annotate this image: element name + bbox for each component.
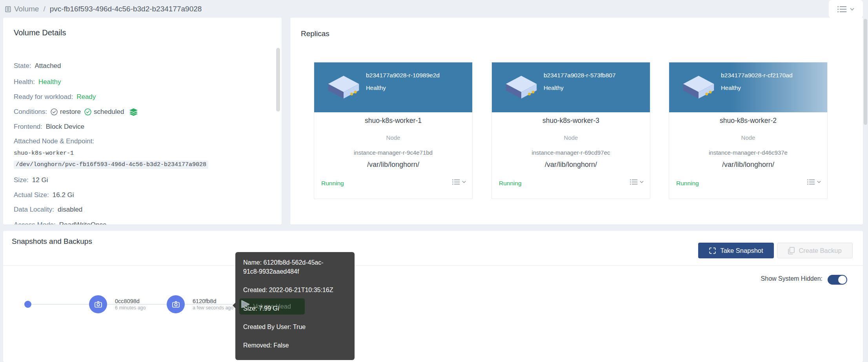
size-label: Size: [14, 176, 29, 184]
snapshot-age: a few seconds ago [193, 305, 233, 311]
volume-icon [5, 6, 11, 13]
show-system-hidden-toggle[interactable] [828, 275, 847, 285]
replica-actions-dropdown[interactable] [452, 179, 466, 185]
layers-icon [129, 108, 138, 116]
replica-instance-manager: instance-manager-r-d46c937e [669, 149, 827, 156]
tooltip-name-line2: 91c8-9932aaed484f [243, 267, 347, 276]
state-value: Attached [35, 62, 61, 70]
divider [3, 265, 863, 266]
page-actions-dropdown-button[interactable] [829, 0, 863, 18]
access-mode-label: Access Mode: [14, 221, 56, 225]
timeline-start-dot [24, 301, 31, 308]
volume-details-title: Volume Details [14, 28, 66, 37]
longhorn-volume-page: Volume / pvc-fb16f593-496d-4c56-b3d2-b23… [0, 0, 868, 362]
health-value: Healthy [38, 78, 61, 86]
toggle-knob [838, 276, 846, 284]
check-circle-icon [84, 108, 91, 115]
replica-banner: b234177a9028-r-cf2170ad Healthy [669, 62, 827, 112]
replica-banner: b234177a9028-r-10989e2d Healthy [314, 62, 472, 112]
create-backup-label: Create Backup [799, 247, 841, 254]
ready-label: Ready for workload: [14, 93, 73, 101]
state-row: State: Attached [14, 62, 61, 70]
list-icon [630, 179, 638, 185]
snapshot-node[interactable] [89, 295, 107, 313]
snapshot-node[interactable] [167, 295, 185, 313]
data-locality-label: Data Locality: [14, 206, 54, 214]
condition-restore-badge: restore [51, 108, 81, 116]
snapshot-label: 0cc8098d 6 minutes ago [115, 298, 146, 311]
tooltip-created-by-user: Created By User: True [243, 322, 347, 331]
camera-icon [94, 300, 103, 309]
attached-node-label: Attached Node & Endpoint: [14, 137, 94, 145]
check-circle-icon [51, 108, 58, 115]
access-mode-row: Access Mode: ReadWriteOnce [14, 221, 106, 225]
snapshot-frame-icon [709, 247, 716, 254]
snapshot-age: 6 minutes ago [115, 305, 146, 311]
replica-health: Healthy [721, 84, 741, 91]
breadcrumb-separator: / [42, 5, 47, 13]
replica-status: Running [321, 180, 344, 187]
take-snapshot-label: Take Snapshot [720, 247, 763, 254]
page-scrollbar[interactable] [864, 19, 867, 125]
replica-node-name: shuo-k8s-worker-2 [669, 117, 827, 125]
replica-data-path: /var/lib/longhorn/ [669, 161, 827, 169]
mouse-cursor [241, 300, 251, 311]
condition-scheduled-badge: scheduled [84, 108, 124, 116]
replica-card: b234177a9028-r-573fb807 Healthy shuo-k8s… [491, 62, 650, 199]
snapshot-label: 6120fb8d a few seconds ago [193, 298, 233, 311]
backup-copy-icon [788, 247, 795, 254]
volume-details-scrollbar[interactable] [276, 48, 280, 112]
replica-instance-manager: instance-manager-r-69cd97ec [492, 149, 650, 156]
replica-name: b234177a9028-r-cf2170ad [721, 72, 793, 79]
take-snapshot-button[interactable]: Take Snapshot [698, 243, 774, 258]
size-value: 12 Gi [32, 176, 48, 184]
replica-node-label: Node [314, 134, 472, 141]
attached-node-row: Attached Node & Endpoint: [14, 137, 94, 145]
ready-value: Ready [76, 93, 96, 101]
tooltip-removed: Removed: False [243, 341, 347, 350]
attached-endpoint-path: /dev/longhorn/pvc-fb16f593-496d-4c56-b3d… [14, 161, 208, 169]
actual-size-value: 16.2 Gi [53, 191, 74, 199]
replica-actions-dropdown[interactable] [630, 179, 644, 185]
breadcrumb-volume-link[interactable]: Volume [14, 5, 39, 13]
replica-node-label: Node [492, 134, 650, 141]
disk-icon [325, 75, 362, 101]
attached-node-name: shuo-k8s-worker-1 [14, 150, 74, 157]
snapshot-short-name: 0cc8098d [115, 298, 146, 305]
health-label: Health: [14, 78, 35, 86]
replica-card: b234177a9028-r-cf2170ad Healthy shuo-k8s… [669, 62, 828, 199]
snapshot-short-name: 6120fb8d [193, 298, 233, 305]
tooltip-created: Created: 2022-06-21T10:35:16Z [243, 285, 347, 294]
breadcrumb-volume-name: pvc-fb16f593-496d-4c56-b3d2-b234177a9028 [50, 5, 202, 13]
chevron-down-icon [462, 181, 466, 183]
replicas-panel: Replicas b234177a9028-r-10989e2d Healthy… [290, 18, 863, 225]
list-icon [452, 179, 460, 185]
condition-scheduled-text: scheduled [94, 108, 124, 116]
camera-icon [171, 300, 180, 309]
size-row: Size: 12 Gi [14, 176, 48, 184]
replica-card: b234177a9028-r-10989e2d Healthy shuo-k8s… [314, 62, 473, 199]
tooltip-name-line1: Name: 6120fb8d-562d-45ac- [243, 258, 347, 267]
disk-icon [680, 75, 717, 101]
snapshots-title: Snapshots and Backups [12, 237, 92, 246]
health-row: Health: Healthy [14, 78, 61, 86]
replica-instance-manager: instance-manager-r-9c4e71bd [314, 149, 472, 156]
data-locality-row: Data Locality: disabled [14, 206, 82, 214]
chevron-down-icon [850, 8, 854, 11]
condition-restore-text: restore [60, 108, 81, 116]
replica-node-name: shuo-k8s-worker-1 [314, 117, 472, 125]
replica-health: Healthy [544, 84, 564, 91]
replica-status: Running [676, 180, 699, 187]
replica-health: Healthy [366, 84, 386, 91]
snapshot-tooltip: Volume Head Name: 6120fb8d-562d-45ac- 91… [235, 252, 355, 360]
breadcrumb: Volume / pvc-fb16f593-496d-4c56-b3d2-b23… [5, 1, 202, 17]
replica-data-path: /var/lib/longhorn/ [492, 161, 650, 169]
chevron-down-icon [640, 181, 644, 183]
create-backup-button[interactable]: Create Backup [777, 243, 853, 258]
replica-node-name: shuo-k8s-worker-3 [492, 117, 650, 125]
replica-actions-dropdown[interactable] [807, 179, 821, 185]
actual-size-row: Actual Size: 16.2 Gi [14, 191, 74, 199]
frontend-value: Block Device [46, 123, 84, 131]
replica-name: b234177a9028-r-10989e2d [366, 72, 440, 79]
volume-details-panel: Volume Details State: Attached Health: H… [3, 18, 282, 225]
